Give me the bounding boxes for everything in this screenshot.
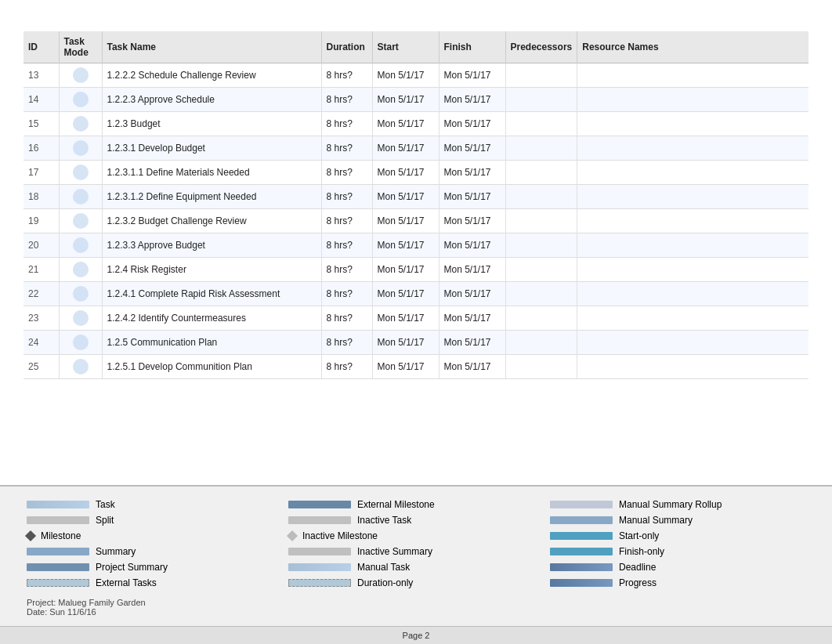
cell-finish: Mon 5/1/17 [439, 258, 505, 282]
project-info: Project: Malueg Family Garden Date: Sun … [27, 598, 282, 621]
legend-manualsummaryrollup: Manual Summary Rollup [550, 499, 805, 510]
cell-predecessors [505, 209, 577, 233]
col-header-taskmode: Task Mode [59, 31, 102, 63]
progress-bar-icon [550, 579, 613, 587]
legend-manualtask-label: Manual Task [357, 562, 410, 573]
cell-taskmode [59, 112, 102, 136]
task-mode-icon [73, 165, 89, 180]
cell-duration: 8 hrs? [321, 185, 372, 209]
cell-start: Mon 5/1/17 [372, 88, 439, 112]
col-header-taskname: Task Name [102, 31, 321, 63]
cell-taskname: 1.2.3 Budget [102, 112, 321, 136]
table-row: 141.2.2.3 Approve Schedule8 hrs?Mon 5/1/… [24, 88, 808, 112]
table-row: 211.2.4 Risk Register8 hrs?Mon 5/1/17Mon… [24, 258, 808, 282]
legend-projsummary-label: Project Summary [96, 562, 168, 573]
cell-id: 15 [24, 112, 59, 136]
cell-start: Mon 5/1/17 [372, 331, 439, 355]
table-row: 131.2.2.2 Schedule Challenge Review8 hrs… [24, 63, 808, 88]
footer: Task Split Milestone Summary Project Sum… [0, 485, 832, 626]
legend-section: Task Split Milestone Summary Project Sum… [24, 494, 808, 626]
cell-id: 19 [24, 209, 59, 233]
legend-finishonly: Finish-only [550, 546, 805, 557]
task-mode-icon [73, 67, 89, 83]
col-header-start: Start [372, 31, 439, 63]
cell-taskmode [59, 306, 102, 331]
col-header-finish: Finish [439, 31, 505, 63]
cell-resources [577, 185, 808, 209]
cell-taskname: 1.2.4 Risk Register [102, 258, 321, 282]
task-mode-icon [73, 140, 89, 156]
table-row: 241.2.5 Communication Plan8 hrs?Mon 5/1/… [24, 331, 808, 355]
cell-duration: 8 hrs? [321, 63, 372, 88]
cell-id: 16 [24, 136, 59, 161]
legend-summary: Summary [27, 546, 282, 557]
projsummary-bar-icon [27, 563, 89, 571]
legend-col-3: Manual Summary Rollup Manual Summary Sta… [547, 494, 808, 626]
table-header-row: ID Task Mode Task Name Duration Start Fi… [24, 31, 808, 63]
col-header-duration: Duration [321, 31, 372, 63]
cell-start: Mon 5/1/17 [372, 209, 439, 233]
legend-inactivemilestone-label: Inactive Milestone [302, 530, 378, 541]
legend-extmilestone-label: External Milestone [357, 499, 435, 510]
cell-taskname: 1.2.3.1.1 Define Materials Needed [102, 161, 321, 185]
top-spacer [0, 0, 832, 31]
cell-resources [577, 331, 808, 355]
inactivetask-bar-icon [288, 516, 351, 524]
cell-taskmode [59, 331, 102, 355]
table-row: 161.2.3.1 Develop Budget8 hrs?Mon 5/1/17… [24, 136, 808, 161]
legend-inactivesummary: Inactive Summary [288, 546, 544, 557]
legend-split: Split [27, 515, 282, 526]
externaltasks-bar-icon [27, 579, 89, 587]
cell-duration: 8 hrs? [321, 161, 372, 185]
cell-predecessors [505, 331, 577, 355]
cell-finish: Mon 5/1/17 [439, 161, 505, 185]
col-header-id: ID [24, 31, 59, 63]
table-row: 251.2.5.1 Develop Communition Plan8 hrs?… [24, 355, 808, 379]
cell-predecessors [505, 185, 577, 209]
cell-resources [577, 112, 808, 136]
cell-taskname: 1.2.2.3 Approve Schedule [102, 88, 321, 112]
cell-resources [577, 161, 808, 185]
cell-taskname: 1.2.3.3 Approve Budget [102, 233, 321, 258]
cell-taskmode [59, 63, 102, 88]
table-row: 191.2.3.2 Budget Challenge Review8 hrs?M… [24, 209, 808, 233]
cell-id: 14 [24, 88, 59, 112]
legend-task: Task [27, 499, 282, 510]
cell-taskmode [59, 161, 102, 185]
project-date: Date: Sun 11/6/16 [27, 607, 282, 617]
cell-id: 18 [24, 185, 59, 209]
legend-progress-label: Progress [619, 577, 657, 588]
cell-duration: 8 hrs? [321, 355, 372, 379]
cell-predecessors [505, 88, 577, 112]
legend-startonly-label: Start-only [619, 530, 659, 541]
cell-predecessors [505, 355, 577, 379]
col-header-predecessors: Predecessors [505, 31, 577, 63]
manualtask-bar-icon [288, 563, 351, 571]
legend-durationonly-label: Duration-only [357, 577, 413, 588]
cell-id: 25 [24, 355, 59, 379]
startonly-bar-icon [550, 532, 613, 540]
task-mode-icon [73, 213, 89, 229]
legend-split-label: Split [96, 515, 114, 526]
cell-finish: Mon 5/1/17 [439, 88, 505, 112]
cell-taskname: 1.2.4.2 Identify Countermeasures [102, 306, 321, 331]
cell-finish: Mon 5/1/17 [439, 112, 505, 136]
cell-taskmode [59, 209, 102, 233]
milestone-icon [25, 530, 36, 541]
cell-start: Mon 5/1/17 [372, 306, 439, 331]
cell-resources [577, 88, 808, 112]
cell-predecessors [505, 63, 577, 88]
legend-task-label: Task [96, 499, 115, 510]
cell-taskmode [59, 258, 102, 282]
cell-predecessors [505, 136, 577, 161]
cell-start: Mon 5/1/17 [372, 161, 439, 185]
cell-duration: 8 hrs? [321, 258, 372, 282]
durationonly-bar-icon [288, 579, 351, 587]
cell-taskname: 1.2.2.2 Schedule Challenge Review [102, 63, 321, 88]
task-mode-icon [73, 116, 89, 132]
legend-milestone-label: Milestone [41, 530, 81, 541]
cell-taskmode [59, 185, 102, 209]
cell-resources [577, 136, 808, 161]
cell-duration: 8 hrs? [321, 233, 372, 258]
project-name: Project: Malueg Family Garden [27, 598, 282, 607]
